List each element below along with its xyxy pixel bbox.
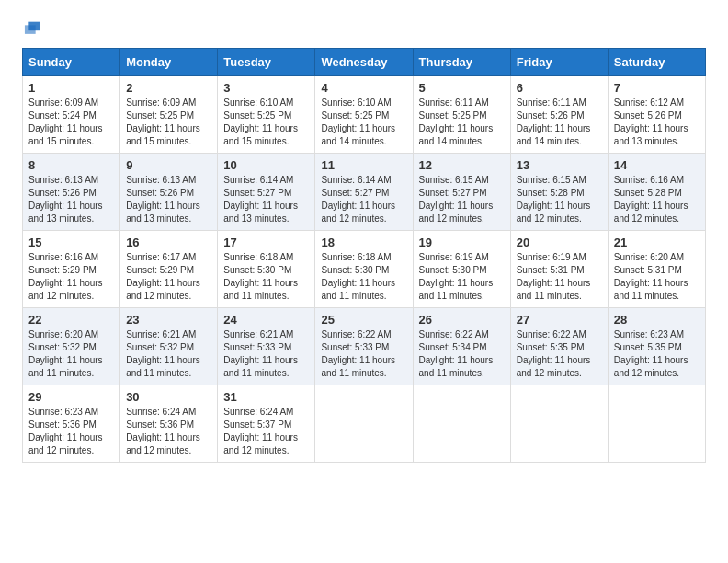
cell-info: Sunrise: 6:14 AMSunset: 5:27 PMDaylight:… [321,175,395,224]
cell-info: Sunrise: 6:22 AMSunset: 5:34 PMDaylight:… [419,329,494,378]
cell-info: Sunrise: 6:17 AMSunset: 5:29 PMDaylight:… [126,252,200,301]
cell-info: Sunrise: 6:15 AMSunset: 5:28 PMDaylight:… [517,175,591,224]
day-number: 28 [614,313,700,327]
calendar-cell: 28 Sunrise: 6:23 AMSunset: 5:35 PMDaylig… [608,308,705,385]
calendar-cell: 31 Sunrise: 6:24 AMSunset: 5:37 PMDaylig… [218,385,315,463]
day-number: 18 [321,236,406,249]
cell-info: Sunrise: 6:12 AMSunset: 5:26 PMDaylight:… [614,98,688,146]
cell-info: Sunrise: 6:23 AMSunset: 5:36 PMDaylight:… [28,407,103,455]
calendar-cell: 22 Sunrise: 6:20 AMSunset: 5:32 PMDaylig… [23,308,120,385]
day-number: 22 [28,313,114,327]
day-number: 2 [126,81,211,95]
calendar-cell: 1 Sunrise: 6:09 AMSunset: 5:24 PMDayligh… [23,76,120,154]
calendar-cell: 18 Sunrise: 6:18 AMSunset: 5:30 PMDaylig… [315,231,413,308]
cell-info: Sunrise: 6:11 AMSunset: 5:26 PMDaylight:… [517,98,591,146]
calendar-cell: 15 Sunrise: 6:16 AMSunset: 5:29 PMDaylig… [23,231,120,308]
day-of-week-header: Wednesday [315,49,413,76]
day-number: 1 [28,81,114,95]
day-number: 19 [419,236,505,249]
page-header [22,18,706,39]
calendar-cell: 7 Sunrise: 6:12 AMSunset: 5:26 PMDayligh… [608,76,705,154]
calendar-cell: 16 Sunrise: 6:17 AMSunset: 5:29 PMDaylig… [120,231,218,308]
calendar-week-row: 15 Sunrise: 6:16 AMSunset: 5:29 PMDaylig… [23,231,706,308]
cell-info: Sunrise: 6:16 AMSunset: 5:29 PMDaylight:… [28,252,103,301]
cell-info: Sunrise: 6:13 AMSunset: 5:26 PMDaylight:… [28,175,103,224]
day-number: 7 [614,81,700,95]
day-number: 21 [614,236,700,249]
calendar-cell: 6 Sunrise: 6:11 AMSunset: 5:26 PMDayligh… [510,76,608,154]
cell-info: Sunrise: 6:21 AMSunset: 5:32 PMDaylight:… [126,329,200,378]
day-number: 11 [321,158,406,172]
day-number: 25 [321,313,406,327]
cell-info: Sunrise: 6:09 AMSunset: 5:25 PMDaylight:… [126,98,200,146]
calendar-week-row: 22 Sunrise: 6:20 AMSunset: 5:32 PMDaylig… [23,308,706,385]
calendar-cell: 20 Sunrise: 6:19 AMSunset: 5:31 PMDaylig… [510,231,608,308]
calendar-cell [315,385,413,463]
calendar-cell: 13 Sunrise: 6:15 AMSunset: 5:28 PMDaylig… [510,154,608,231]
cell-info: Sunrise: 6:18 AMSunset: 5:30 PMDaylight:… [223,252,298,301]
calendar-cell: 25 Sunrise: 6:22 AMSunset: 5:33 PMDaylig… [315,308,413,385]
day-number: 8 [28,158,114,172]
cell-info: Sunrise: 6:18 AMSunset: 5:30 PMDaylight:… [321,252,395,301]
day-number: 31 [223,390,309,404]
day-number: 17 [223,236,309,249]
calendar-week-row: 29 Sunrise: 6:23 AMSunset: 5:36 PMDaylig… [23,385,706,463]
calendar-header-row: SundayMondayTuesdayWednesdayThursdayFrid… [23,49,706,76]
cell-info: Sunrise: 6:19 AMSunset: 5:30 PMDaylight:… [419,252,494,301]
cell-info: Sunrise: 6:22 AMSunset: 5:33 PMDaylight:… [321,329,395,378]
calendar-week-row: 1 Sunrise: 6:09 AMSunset: 5:24 PMDayligh… [23,76,706,154]
day-number: 13 [517,158,602,172]
calendar-cell: 5 Sunrise: 6:11 AMSunset: 5:25 PMDayligh… [413,76,510,154]
calendar-cell: 8 Sunrise: 6:13 AMSunset: 5:26 PMDayligh… [23,154,120,231]
cell-info: Sunrise: 6:23 AMSunset: 5:35 PMDaylight:… [614,329,688,378]
day-of-week-header: Sunday [23,49,120,76]
day-number: 15 [28,236,114,249]
day-number: 3 [223,81,309,95]
day-number: 29 [28,390,114,404]
day-number: 23 [126,313,211,327]
day-of-week-header: Thursday [413,49,510,76]
cell-info: Sunrise: 6:11 AMSunset: 5:25 PMDaylight:… [419,98,494,146]
cell-info: Sunrise: 6:20 AMSunset: 5:32 PMDaylight:… [28,329,103,378]
calendar-cell: 3 Sunrise: 6:10 AMSunset: 5:25 PMDayligh… [218,76,315,154]
calendar-table: SundayMondayTuesdayWednesdayThursdayFrid… [22,48,706,463]
day-number: 5 [419,81,505,95]
logo [22,18,46,39]
calendar-cell: 10 Sunrise: 6:14 AMSunset: 5:27 PMDaylig… [218,154,315,231]
calendar-cell: 4 Sunrise: 6:10 AMSunset: 5:25 PMDayligh… [315,76,413,154]
calendar-cell: 9 Sunrise: 6:13 AMSunset: 5:26 PMDayligh… [120,154,218,231]
cell-info: Sunrise: 6:13 AMSunset: 5:26 PMDaylight:… [126,175,200,224]
calendar-cell: 21 Sunrise: 6:20 AMSunset: 5:31 PMDaylig… [608,231,705,308]
calendar-cell: 29 Sunrise: 6:23 AMSunset: 5:36 PMDaylig… [23,385,120,463]
calendar-cell: 23 Sunrise: 6:21 AMSunset: 5:32 PMDaylig… [120,308,218,385]
day-of-week-header: Tuesday [218,49,315,76]
day-number: 30 [126,390,211,404]
calendar-cell: 30 Sunrise: 6:24 AMSunset: 5:36 PMDaylig… [120,385,218,463]
day-number: 14 [614,158,700,172]
day-of-week-header: Saturday [608,49,705,76]
calendar-cell [413,385,510,463]
cell-info: Sunrise: 6:22 AMSunset: 5:35 PMDaylight:… [517,329,591,378]
cell-info: Sunrise: 6:10 AMSunset: 5:25 PMDaylight:… [321,98,395,146]
calendar-cell [510,385,608,463]
calendar-cell: 26 Sunrise: 6:22 AMSunset: 5:34 PMDaylig… [413,308,510,385]
cell-info: Sunrise: 6:24 AMSunset: 5:36 PMDaylight:… [126,407,200,455]
day-of-week-header: Monday [120,49,218,76]
cell-info: Sunrise: 6:15 AMSunset: 5:27 PMDaylight:… [419,175,494,224]
day-number: 20 [517,236,602,249]
calendar-cell: 12 Sunrise: 6:15 AMSunset: 5:27 PMDaylig… [413,154,510,231]
day-number: 16 [126,236,211,249]
day-number: 12 [419,158,505,172]
calendar-cell: 2 Sunrise: 6:09 AMSunset: 5:25 PMDayligh… [120,76,218,154]
day-number: 27 [517,313,602,327]
cell-info: Sunrise: 6:16 AMSunset: 5:28 PMDaylight:… [614,175,688,224]
day-number: 6 [517,81,602,95]
calendar-cell: 27 Sunrise: 6:22 AMSunset: 5:35 PMDaylig… [510,308,608,385]
day-number: 9 [126,158,211,172]
calendar-week-row: 8 Sunrise: 6:13 AMSunset: 5:26 PMDayligh… [23,154,706,231]
calendar-cell: 19 Sunrise: 6:19 AMSunset: 5:30 PMDaylig… [413,231,510,308]
cell-info: Sunrise: 6:19 AMSunset: 5:31 PMDaylight:… [517,252,591,301]
day-number: 24 [223,313,309,327]
logo-icon [22,18,42,39]
cell-info: Sunrise: 6:20 AMSunset: 5:31 PMDaylight:… [614,252,688,301]
